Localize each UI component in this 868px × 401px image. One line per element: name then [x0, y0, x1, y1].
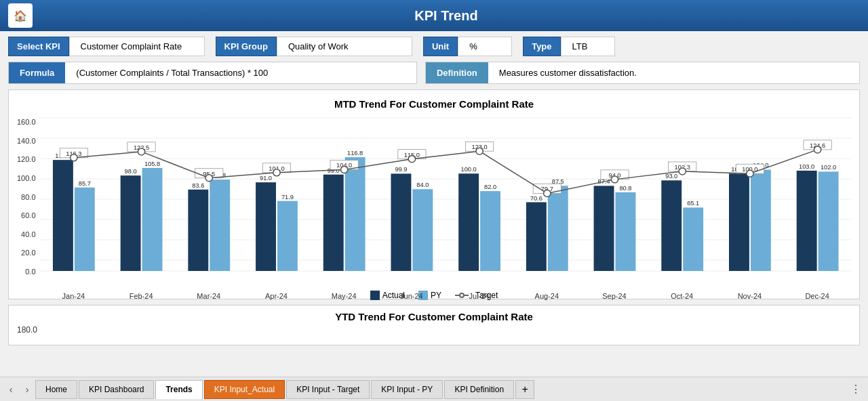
mtd-chart-container: MTD Trend For Customer Complaint Rate 16… — [8, 89, 860, 299]
y-axis-0: 0.0 — [25, 268, 35, 276]
legend-target-line — [455, 295, 469, 296]
x-axis-label-mar-24: Mar-24 — [175, 292, 243, 300]
svg-rect-9 — [52, 160, 73, 271]
svg-rect-69 — [729, 173, 749, 271]
svg-text:99.9: 99.9 — [395, 167, 407, 173]
svg-rect-39 — [391, 173, 411, 271]
tab-prev-button[interactable]: ‹ — [3, 380, 19, 399]
svg-text:65.1: 65.1 — [687, 200, 699, 207]
x-axis-label-nov-24: Nov-24 — [716, 292, 784, 300]
svg-point-103 — [814, 146, 821, 153]
svg-text:103.0: 103.0 — [799, 163, 814, 170]
svg-rect-22 — [210, 180, 230, 271]
svg-line-91 — [749, 150, 817, 173]
svg-rect-58 — [615, 192, 635, 271]
definition-box: Definition Measures customer dissatisfac… — [425, 62, 860, 84]
x-axis-label-may-24: May-24 — [310, 292, 378, 300]
formula-content: (Customer Complaints / Total Transaction… — [65, 62, 416, 83]
tab-item-kpi-definition[interactable]: KPI Definition — [444, 380, 514, 399]
svg-point-92 — [70, 154, 77, 161]
formula-tab[interactable]: Formula — [9, 62, 65, 83]
svg-rect-45 — [458, 173, 479, 271]
svg-text:83.6: 83.6 — [192, 182, 204, 189]
select-kpi-group: Select KPI Customer Complaint Rate — [8, 37, 205, 56]
svg-rect-57 — [593, 186, 614, 271]
select-kpi-label: Select KPI — [8, 37, 69, 56]
ytd-chart-container: YTD Trend For Customer Complaint Rate 18… — [8, 305, 860, 345]
y-axis-40: 40.0 — [21, 230, 35, 238]
unit-group: Unit % — [423, 37, 512, 56]
tab-item-kpi-dashboard[interactable]: KPI Dashboard — [79, 380, 154, 399]
kpi-group-group: KPI Group Quality of Work — [216, 37, 412, 56]
svg-rect-33 — [323, 175, 343, 271]
svg-rect-46 — [480, 191, 500, 271]
y-axis-20: 20.0 — [21, 249, 35, 257]
svg-rect-34 — [344, 157, 365, 271]
tab-items-container: HomeKPI DashboardTrendsKPI Input_ActualK… — [35, 380, 515, 399]
controls-row: Select KPI Customer Complaint Rate KPI G… — [0, 31, 868, 62]
svg-rect-27 — [256, 182, 276, 271]
y-axis-160: 160.0 — [17, 118, 36, 126]
svg-rect-15 — [120, 175, 140, 271]
kpi-group-value: Quality of Work — [277, 37, 412, 56]
svg-rect-76 — [818, 171, 838, 271]
svg-rect-10 — [74, 188, 94, 271]
definition-content: Measures customer dissatisfaction. — [488, 62, 859, 83]
tab-add-button[interactable]: + — [515, 380, 534, 399]
svg-text:80.8: 80.8 — [619, 185, 631, 192]
svg-rect-64 — [683, 207, 703, 271]
tab-item-kpi-input---py[interactable]: KPI Input - PY — [371, 380, 443, 399]
y-axis-100: 100.0 — [17, 174, 36, 182]
svg-rect-63 — [661, 180, 682, 271]
svg-rect-70 — [750, 170, 770, 272]
mtd-chart-svg: 114.085.7116.398.0105.8122.583.693.895.5… — [40, 115, 851, 288]
svg-point-100 — [611, 176, 618, 183]
tab-item-kpi-input---target[interactable]: KPI Input - Target — [286, 380, 370, 399]
x-axis-label-jul-24: Jul-24 — [446, 292, 513, 300]
tab-next-button[interactable]: › — [19, 380, 35, 399]
header: 🏠 KPI Trend — [0, 0, 868, 31]
tab-item-home[interactable]: Home — [35, 380, 77, 399]
home-button[interactable]: 🏠 — [8, 3, 33, 28]
svg-point-97 — [408, 156, 415, 163]
unit-value: % — [458, 37, 512, 56]
svg-text:100.0: 100.0 — [460, 166, 476, 173]
x-axis-label-oct-24: Oct-24 — [648, 292, 716, 300]
select-kpi-value[interactable]: Customer Complaint Rate — [69, 37, 205, 56]
tab-item-trends[interactable]: Trends — [155, 380, 202, 399]
svg-rect-40 — [412, 189, 433, 271]
svg-rect-21 — [188, 190, 208, 271]
ytd-y-axis-start: 180.0 — [17, 325, 851, 335]
tab-item-kpi-input_actual[interactable]: KPI Input_Actual — [204, 380, 285, 399]
x-axis-label-dec-24: Dec-24 — [783, 292, 851, 300]
tab-bar: ‹ › HomeKPI DashboardTrendsKPI Input_Act… — [0, 377, 868, 401]
svg-rect-28 — [277, 201, 297, 271]
svg-point-101 — [679, 168, 686, 175]
svg-text:71.9: 71.9 — [281, 194, 293, 200]
svg-text:93.0: 93.0 — [665, 173, 677, 180]
svg-text:70.6: 70.6 — [530, 195, 542, 202]
x-axis-label-jan-24: Jan-24 — [40, 292, 108, 300]
x-axis-label-sep-24: Sep-24 — [580, 292, 648, 300]
svg-text:105.8: 105.8 — [144, 161, 159, 167]
svg-point-95 — [273, 169, 279, 176]
svg-text:91.0: 91.0 — [260, 175, 272, 182]
svg-text:98.0: 98.0 — [124, 168, 136, 175]
svg-text:102.0: 102.0 — [821, 164, 836, 171]
svg-point-96 — [340, 167, 347, 173]
svg-text:85.7: 85.7 — [78, 180, 90, 187]
svg-point-94 — [205, 175, 212, 182]
x-axis-label-feb-24: Feb-24 — [107, 292, 175, 300]
formula-definition-row: Formula (Customer Complaints / Total Tra… — [0, 62, 868, 89]
kpi-group-label: KPI Group — [216, 37, 277, 56]
tab-more-button[interactable]: ⋮ — [846, 380, 865, 399]
svg-rect-75 — [796, 171, 816, 271]
x-axis-label-jun-24: Jun-24 — [378, 292, 446, 300]
definition-tab[interactable]: Definition — [426, 62, 488, 83]
type-group: Type LTB — [523, 37, 614, 56]
svg-rect-16 — [142, 168, 162, 271]
home-icon: 🏠 — [14, 9, 27, 22]
svg-rect-51 — [526, 203, 546, 271]
y-axis-120: 120.0 — [17, 155, 36, 163]
x-axis-label-aug-24: Aug-24 — [513, 292, 580, 300]
